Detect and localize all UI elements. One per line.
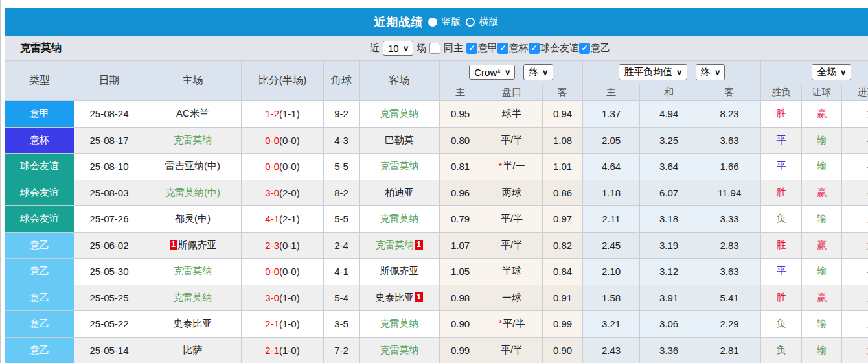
- match-date-cell: 25-06-02: [74, 232, 144, 259]
- match-date-cell: 25-05-30: [74, 259, 144, 285]
- avg-away-cell: 2.29: [698, 311, 761, 338]
- chevron-down-icon: ∨: [505, 68, 511, 76]
- results-table-wrap: 类型 日期 主场 比分(半场) 角球 客场 Crow* ∨ 终: [5, 60, 868, 363]
- corners-cell: 2-4: [324, 232, 360, 259]
- chevron-down-icon: ∨: [840, 68, 847, 76]
- avg-draw-cell: 6.07: [640, 180, 698, 206]
- result-cell: 负: [761, 311, 802, 338]
- chevron-down-icon: ∨: [402, 44, 409, 52]
- result-cell: 平: [761, 127, 802, 154]
- goals-result-cell: 大: [842, 311, 868, 338]
- average-final-value: 终: [701, 66, 711, 78]
- bookmaker-header-cell: Crow* ∨ 终 ∨: [440, 61, 583, 84]
- away-team-cell: 克雷莫纳: [360, 101, 440, 128]
- handicap-result-cell: 赢: [802, 232, 842, 259]
- league-checkbox[interactable]: ✓: [466, 43, 477, 54]
- avg-home-cell: 3.21: [583, 311, 640, 338]
- red-card-badge: 1: [170, 240, 177, 250]
- score-halftime: (1-0): [279, 318, 300, 329]
- odds-home-cell: 0.95: [440, 101, 481, 128]
- corners-cell: 7-2: [324, 337, 360, 363]
- league-filter: ✓意杯: [497, 42, 529, 54]
- team-label: 克雷莫纳: [380, 318, 419, 329]
- match-date-cell: 25-05-14: [74, 337, 144, 363]
- team-label: 克雷莫纳: [376, 239, 415, 250]
- sub-header-avg-draw: 和: [640, 84, 698, 101]
- col-header-home: 主场: [144, 61, 242, 101]
- away-team-cell: 克雷莫纳1: [360, 232, 440, 259]
- handicap-result-cell: 赢: [802, 285, 842, 311]
- away-team-cell: 克雷莫纳: [360, 206, 440, 233]
- goals-result-cell: 大: [842, 101, 868, 128]
- corners-cell: 9-2: [324, 101, 360, 128]
- score-fulltime: 0-0: [265, 161, 279, 172]
- fulltime-select[interactable]: 全场 ∨: [812, 64, 851, 80]
- handicap-cell: 半球: [481, 259, 543, 285]
- away-team-cell: 柏迪亚: [360, 180, 440, 206]
- table-row: 意乙25-06-021斯佩齐亚2-3(0-1)2-4克雷莫纳11.07平/半0.…: [5, 232, 868, 259]
- results-table-body: 意甲25-08-24AC米兰1-2(1-1)9-2克雷莫纳0.95球半0.941…: [5, 101, 868, 363]
- bookmaker-final-select[interactable]: 终 ∨: [523, 64, 553, 80]
- goals-result-cell: 大: [842, 232, 868, 259]
- result-cell: 胜: [761, 232, 802, 259]
- handicap-cell: 平/半: [481, 127, 543, 154]
- avg-away-cell: 2.81: [698, 337, 761, 363]
- team-label: 巴勒莫: [385, 134, 414, 145]
- league-checkbox[interactable]: ✓: [579, 43, 590, 54]
- team-label: 克雷莫纳: [174, 265, 212, 276]
- match-count-select[interactable]: 10 ∨: [383, 41, 413, 56]
- average-select[interactable]: 胜平负均值 ∨: [619, 64, 687, 80]
- avg-draw-cell: 3.06: [640, 311, 698, 338]
- score-fulltime: 1-2: [265, 108, 279, 119]
- odds-away-cell: 0.82: [543, 232, 583, 259]
- avg-draw-cell: 3.64: [640, 154, 698, 180]
- radio-horizontal-layout[interactable]: [466, 18, 475, 27]
- handicap-result-cell: 输: [802, 311, 842, 338]
- team-label: 史泰比亚: [376, 292, 415, 303]
- bookmaker-select[interactable]: Crow* ∨: [469, 65, 515, 80]
- avg-draw-cell: 3.25: [640, 127, 698, 154]
- red-card-badge: 1: [415, 240, 423, 250]
- col-header-corners: 角球: [324, 61, 360, 101]
- handicap-label: 球半: [502, 108, 521, 119]
- score-halftime: (1-0): [279, 292, 300, 303]
- score-fulltime: 0-0: [265, 266, 279, 277]
- goals-result-cell: 小: [842, 127, 868, 154]
- chevron-down-icon: ∨: [542, 68, 549, 76]
- average-final-select[interactable]: 终 ∨: [696, 64, 725, 80]
- avg-away-cell: 5.41: [698, 285, 761, 311]
- odds-away-cell: 0.84: [543, 259, 583, 285]
- avg-away-cell: 11.94: [698, 180, 761, 206]
- result-cell: 负: [761, 206, 802, 233]
- near-label: 近: [370, 42, 380, 54]
- radio-vertical-layout[interactable]: [428, 18, 437, 27]
- league-filter: ✓球会友谊: [529, 42, 579, 54]
- table-row: 意乙25-05-14比萨2-1(1-0)7-2克雷莫纳0.99平/半0.902.…: [5, 337, 868, 363]
- league-type-cell: 意乙: [5, 285, 74, 311]
- corners-cell: 3-5: [324, 311, 360, 338]
- home-team-cell: 都灵(中): [144, 206, 242, 233]
- league-checkbox[interactable]: ✓: [497, 43, 508, 54]
- score-cell: 0-0(0-0): [242, 154, 324, 180]
- avg-away-cell: 3.63: [698, 259, 761, 285]
- average-header-cell: 胜平负均值 ∨ 终 ∨: [583, 61, 761, 84]
- team-label: 克雷莫纳: [174, 292, 212, 303]
- league-type-cell: 球会友谊: [5, 154, 74, 180]
- team-label: 克雷莫纳: [380, 344, 419, 355]
- handicap-label: 平/半: [501, 239, 523, 250]
- score-fulltime: 2-3: [265, 240, 279, 251]
- away-team-cell: 史泰比亚1: [360, 285, 440, 311]
- home-team-cell: 雷吉亚纳(中): [144, 154, 242, 180]
- league-checkbox[interactable]: ✓: [529, 43, 540, 54]
- avg-home-cell: 2.10: [583, 259, 640, 285]
- avg-draw-cell: 3.91: [640, 285, 698, 311]
- same-home-away-label: 同主: [444, 42, 463, 54]
- goals-result-cell: 大: [842, 285, 868, 311]
- result-cell: 平: [761, 154, 802, 180]
- league-type-cell: 意乙: [5, 311, 74, 338]
- home-team-cell: 比萨: [144, 337, 242, 363]
- league-filter-group: ✓意甲✓意杯✓球会友谊✓意乙: [466, 41, 610, 54]
- handicap-cell: 两球: [481, 180, 543, 206]
- match-date-cell: 25-08-03: [74, 180, 144, 206]
- same-home-away-checkbox[interactable]: [429, 43, 440, 54]
